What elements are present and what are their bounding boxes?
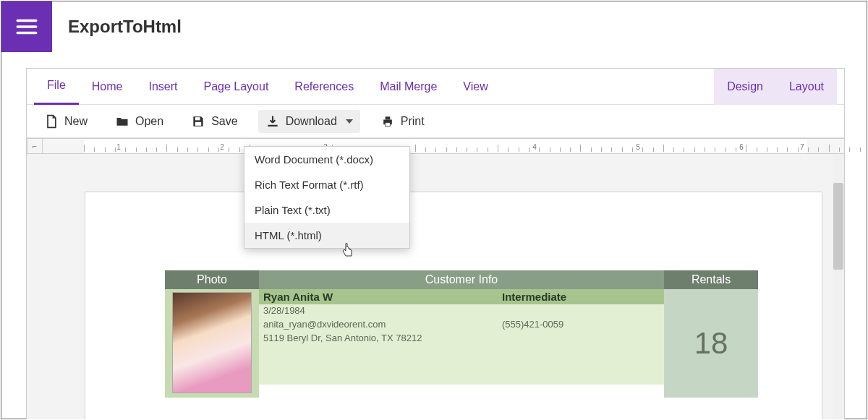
download-option-docx[interactable]: Word Document (*.docx) — [244, 147, 409, 172]
horizontal-ruler[interactable]: 1 2 3 4 5 6 7 — [43, 138, 844, 154]
customer-table[interactable]: Photo Customer Info Rentals Ryan Anita W… — [165, 270, 758, 398]
customer-name: Ryan Anita W — [259, 289, 498, 304]
customer-phone: (555)421-0059 — [498, 318, 664, 332]
header-rentals: Rentals — [664, 270, 758, 289]
customer-email: anita_ryan@dxvideorent.com — [259, 318, 498, 332]
customer-level: Intermediate — [498, 289, 664, 304]
table-row: Ryan Anita W Intermediate 3/28/1984 anit… — [165, 289, 758, 398]
empty-cell — [498, 304, 664, 318]
new-file-icon — [44, 114, 59, 129]
detail-row: 3/28/1984 — [259, 304, 664, 318]
ruler-mark: 7 — [800, 143, 804, 151]
info-cell: Ryan Anita W Intermediate 3/28/1984 anit… — [259, 289, 664, 398]
document-page[interactable]: Photo Customer Info Rentals Ryan Anita W… — [85, 192, 822, 419]
page-title: ExportToHtml — [68, 17, 182, 37]
download-label: Download — [286, 115, 337, 128]
tab-design[interactable]: Design — [714, 69, 776, 105]
ruler-mark: 6 — [739, 143, 744, 151]
svg-rect-3 — [385, 116, 390, 119]
new-label: New — [64, 115, 88, 128]
file-toolbar: New Open Save Download Print — [27, 105, 844, 138]
new-button[interactable]: New — [37, 110, 95, 133]
ruler-mark: 2 — [220, 143, 224, 151]
tab-file[interactable]: File — [34, 69, 79, 105]
customer-address: 5119 Beryl Dr, San Antonio, TX 78212 — [259, 332, 664, 385]
open-button[interactable]: Open — [108, 110, 171, 133]
detail-row: 5119 Beryl Dr, San Antonio, TX 78212 — [259, 332, 664, 385]
save-button[interactable]: Save — [184, 110, 244, 133]
ruler-row: ⌐ 1 2 3 4 5 6 7 — [27, 138, 844, 154]
download-icon — [265, 114, 280, 129]
folder-open-icon — [115, 114, 129, 129]
download-dropdown: Word Document (*.docx) Rich Text Format … — [244, 146, 410, 249]
ruler-mark: 1 — [116, 143, 121, 151]
ribbon-tabs: File Home Insert Page Layout References … — [27, 69, 844, 105]
customer-birthdate: 3/28/1984 — [259, 304, 498, 318]
svg-rect-0 — [195, 117, 200, 120]
tab-view[interactable]: View — [450, 69, 501, 105]
tab-page-layout[interactable]: Page Layout — [190, 69, 281, 105]
ruler-corner: ⌐ — [27, 138, 43, 154]
save-label: Save — [211, 115, 237, 128]
chevron-down-icon — [346, 119, 353, 124]
header-photo: Photo — [165, 270, 259, 289]
open-label: Open — [135, 115, 163, 128]
hamburger-icon — [14, 14, 39, 39]
tab-mail-merge[interactable]: Mail Merge — [367, 69, 450, 105]
download-button[interactable]: Download — [258, 110, 360, 133]
tab-insert[interactable]: Insert — [135, 69, 190, 105]
vertical-scrollbar[interactable] — [833, 154, 844, 419]
context-tab-group: Design Layout — [714, 69, 837, 105]
print-icon — [380, 114, 395, 129]
app-window: ExportToHtml File Home Insert Page Layou… — [1, 1, 867, 419]
download-option-html[interactable]: HTML (*.html) — [244, 223, 409, 248]
svg-rect-1 — [195, 121, 201, 125]
name-row: Ryan Anita W Intermediate — [259, 289, 664, 304]
table-header-row: Photo Customer Info Rentals — [165, 270, 758, 289]
save-icon — [191, 114, 205, 129]
customer-photo — [172, 292, 252, 393]
photo-cell — [165, 289, 259, 398]
print-label: Print — [401, 115, 425, 128]
tab-layout[interactable]: Layout — [776, 69, 837, 105]
header-info: Customer Info — [259, 270, 664, 289]
svg-rect-4 — [385, 122, 390, 126]
hamburger-menu-button[interactable] — [1, 1, 52, 52]
rentals-cell: 18 — [664, 289, 758, 398]
tab-references[interactable]: References — [281, 69, 367, 105]
download-option-rtf[interactable]: Rich Text Format (*.rtf) — [244, 172, 409, 197]
download-option-txt[interactable]: Plain Text (*.txt) — [244, 197, 409, 223]
top-bar: ExportToHtml — [1, 1, 867, 52]
detail-row: anita_ryan@dxvideorent.com (555)421-0059 — [259, 318, 664, 332]
ruler-mark: 4 — [532, 143, 537, 151]
print-button[interactable]: Print — [373, 110, 432, 133]
rich-editor: File Home Insert Page Layout References … — [26, 68, 845, 419]
ruler-mark: 5 — [636, 143, 640, 151]
tab-home[interactable]: Home — [79, 69, 136, 105]
document-viewport[interactable]: Photo Customer Info Rentals Ryan Anita W… — [27, 154, 844, 419]
scroll-thumb[interactable] — [833, 183, 843, 270]
